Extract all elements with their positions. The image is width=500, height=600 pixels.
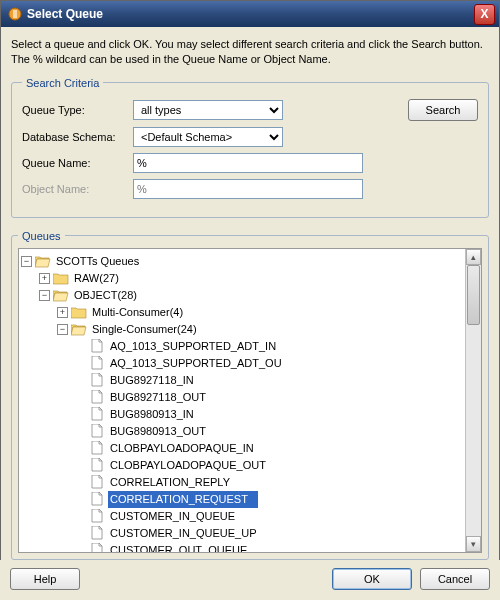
- tree-folder-multi-consumer[interactable]: +Multi-Consumer(4): [21, 304, 465, 321]
- tree-node-label: CUSTOMER_IN_QUEUE: [108, 508, 237, 525]
- tree-node-label: CLOBPAYLOADOPAQUE_IN: [108, 440, 256, 457]
- tree-folder-single-consumer[interactable]: −Single-Consumer(24): [21, 321, 465, 338]
- tree-folder-object[interactable]: −OBJECT(28): [21, 287, 465, 304]
- help-button[interactable]: Help: [10, 568, 80, 590]
- file-icon: [89, 441, 105, 455]
- expand-toggle[interactable]: −: [57, 324, 68, 335]
- tree-queue-item[interactable]: BUG8980913_OUT: [21, 423, 465, 440]
- tree-queue-item[interactable]: CUSTOMER_OUT_QUEUE: [21, 542, 465, 552]
- tree-queue-item[interactable]: CLOBPAYLOADOPAQUE_IN: [21, 440, 465, 457]
- tree-container: −SCOTTs Queues+RAW(27)−OBJECT(28)+Multi-…: [18, 248, 482, 553]
- tree-node-label: Single-Consumer(24): [90, 321, 199, 338]
- tree-node-label: OBJECT(28): [72, 287, 139, 304]
- tree-node-label: CUSTOMER_IN_QUEUE_UP: [108, 525, 259, 542]
- file-icon: [89, 356, 105, 370]
- tree-node-label: BUG8927118_OUT: [108, 389, 208, 406]
- app-icon: [7, 6, 23, 22]
- tree-queue-item[interactable]: CORRELATION_REQUEST: [21, 491, 465, 508]
- file-icon: [89, 543, 105, 552]
- queues-group: Queues −SCOTTs Queues+RAW(27)−OBJECT(28)…: [11, 230, 489, 560]
- tree-node-label: BUG8980913_IN: [108, 406, 196, 423]
- expand-toggle[interactable]: +: [39, 273, 50, 284]
- tree-queue-item[interactable]: CUSTOMER_IN_QUEUE: [21, 508, 465, 525]
- close-button[interactable]: X: [474, 4, 495, 25]
- tree-node-label: SCOTTs Queues: [54, 253, 141, 270]
- tree-queue-item[interactable]: BUG8927118_IN: [21, 372, 465, 389]
- folder-closed-icon: [53, 271, 69, 285]
- database-schema-select[interactable]: <Default Schema>: [133, 127, 283, 147]
- object-name-input: [133, 179, 363, 199]
- file-icon: [89, 373, 105, 387]
- tree-queue-item[interactable]: BUG8980913_IN: [21, 406, 465, 423]
- tree-node-label: AQ_1013_SUPPORTED_ADT_OU: [108, 355, 284, 372]
- tree-root[interactable]: −SCOTTs Queues: [21, 253, 465, 270]
- expand-toggle[interactable]: +: [57, 307, 68, 318]
- scroll-thumb[interactable]: [467, 265, 480, 325]
- database-schema-label: Database Schema:: [22, 131, 127, 143]
- expand-toggle[interactable]: −: [21, 256, 32, 267]
- file-icon: [89, 458, 105, 472]
- queue-type-label: Queue Type:: [22, 104, 127, 116]
- instructions-text: Select a queue and click OK. You may sel…: [11, 37, 489, 67]
- svg-rect-1: [13, 10, 17, 18]
- tree-node-label: RAW(27): [72, 270, 121, 287]
- expand-toggle[interactable]: −: [39, 290, 50, 301]
- tree-node-label: CUSTOMER_OUT_QUEUE: [108, 542, 249, 552]
- queue-tree[interactable]: −SCOTTs Queues+RAW(27)−OBJECT(28)+Multi-…: [19, 249, 465, 552]
- file-icon: [89, 475, 105, 489]
- tree-folder-raw[interactable]: +RAW(27): [21, 270, 465, 287]
- tree-node-label: CLOBPAYLOADOPAQUE_OUT: [108, 457, 268, 474]
- object-name-label: Object Name:: [22, 183, 127, 195]
- file-icon: [89, 424, 105, 438]
- ok-button[interactable]: OK: [332, 568, 412, 590]
- queue-type-select[interactable]: all types: [133, 100, 283, 120]
- file-icon: [89, 407, 105, 421]
- search-button[interactable]: Search: [408, 99, 478, 121]
- tree-node-label: AQ_1013_SUPPORTED_ADT_IN: [108, 338, 278, 355]
- tree-node-label: CORRELATION_REQUEST: [108, 491, 258, 508]
- search-criteria-legend: Search Criteria: [22, 77, 103, 89]
- close-icon: X: [480, 7, 488, 21]
- tree-queue-item[interactable]: AQ_1013_SUPPORTED_ADT_IN: [21, 338, 465, 355]
- tree-queue-item[interactable]: AQ_1013_SUPPORTED_ADT_OU: [21, 355, 465, 372]
- scroll-down-button[interactable]: ▾: [466, 536, 481, 552]
- titlebar: Select Queue X: [1, 1, 499, 27]
- queue-name-label: Queue Name:: [22, 157, 127, 169]
- scroll-track[interactable]: [466, 265, 481, 536]
- tree-queue-item[interactable]: CORRELATION_REPLY: [21, 474, 465, 491]
- file-icon: [89, 509, 105, 523]
- folder-open-icon: [35, 254, 51, 268]
- tree-queue-item[interactable]: CUSTOMER_IN_QUEUE_UP: [21, 525, 465, 542]
- queues-legend: Queues: [18, 230, 65, 242]
- file-icon: [89, 339, 105, 353]
- scrollbar[interactable]: ▴ ▾: [465, 249, 481, 552]
- tree-node-label: BUG8980913_OUT: [108, 423, 208, 440]
- dialog-footer: Help OK Cancel: [0, 560, 500, 600]
- tree-node-label: CORRELATION_REPLY: [108, 474, 232, 491]
- file-icon: [89, 492, 105, 506]
- search-criteria-group: Search Criteria Queue Type: all types Se…: [11, 77, 489, 218]
- tree-node-label: Multi-Consumer(4): [90, 304, 185, 321]
- tree-queue-item[interactable]: CLOBPAYLOADOPAQUE_OUT: [21, 457, 465, 474]
- scroll-up-button[interactable]: ▴: [466, 249, 481, 265]
- tree-queue-item[interactable]: BUG8927118_OUT: [21, 389, 465, 406]
- file-icon: [89, 390, 105, 404]
- folder-open-icon: [53, 288, 69, 302]
- queue-name-input[interactable]: [133, 153, 363, 173]
- folder-open-icon: [71, 322, 87, 336]
- cancel-button[interactable]: Cancel: [420, 568, 490, 590]
- folder-closed-icon: [71, 305, 87, 319]
- window-title: Select Queue: [27, 7, 474, 21]
- file-icon: [89, 526, 105, 540]
- tree-node-label: BUG8927118_IN: [108, 372, 196, 389]
